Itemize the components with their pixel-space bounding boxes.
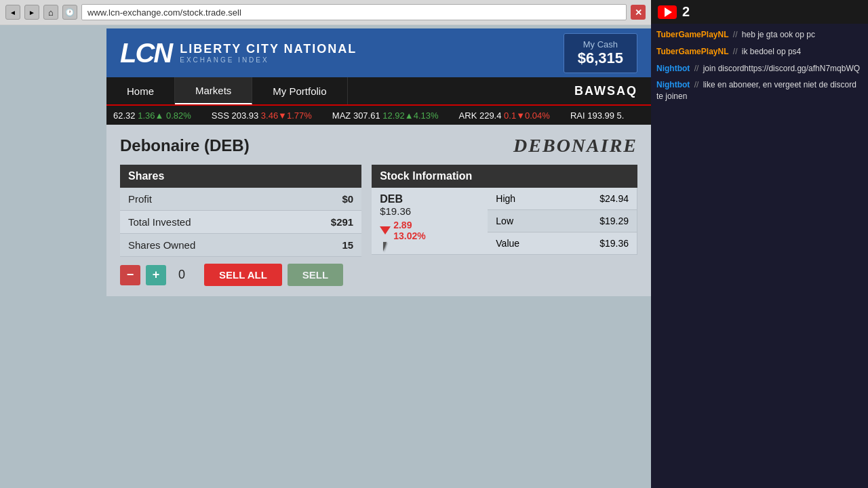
low-value: $19.29 xyxy=(599,216,629,226)
high-value: $24.94 xyxy=(599,193,629,204)
chat-sep-1: // xyxy=(733,30,740,39)
debonaire-brand: DEBONAIRE xyxy=(513,135,637,157)
shares-panel-header: Shares xyxy=(120,165,361,188)
ticker-item-3: MAZ 307.61 12.92▲4.13% xyxy=(332,110,439,121)
content-grid: Shares Profit $0 Total Invested $291 Sha… xyxy=(120,165,637,286)
chat-sep-4: // xyxy=(694,80,701,89)
shares-owned-label: Shares Owned xyxy=(128,239,195,251)
low-label: Low xyxy=(496,216,513,226)
profit-value: $0 xyxy=(342,193,354,205)
profit-label: Profit xyxy=(128,193,152,205)
low-row: Low $19.29 xyxy=(488,210,637,232)
stock-full-name: Debonaire (DEB) xyxy=(120,136,250,155)
youtube-logo-icon xyxy=(658,5,677,19)
nav-portfolio[interactable]: My Portfolio xyxy=(252,77,347,104)
total-invested-label: Total Invested xyxy=(128,216,191,228)
stock-hi-lo: High $24.94 Low $19.29 Value $19.36 xyxy=(488,188,637,255)
nav-markets[interactable]: Markets xyxy=(175,77,252,104)
lcn-header: LCN LIBERTY CITY NATIONAL EXCHANGE INDEX… xyxy=(106,28,651,77)
deb-change-pct: 13.02% xyxy=(393,230,425,241)
ticker-item-1: 62.32 1.36▲ 0.82% xyxy=(113,110,191,121)
value-amount: $19.36 xyxy=(599,238,629,249)
forward-button[interactable]: ► xyxy=(24,5,39,20)
chat-text-1: heb je gta ook op pc xyxy=(742,30,815,39)
chat-message-2: TuberGamePlayNL // ik bedoel op ps4 xyxy=(656,46,863,58)
ticker-item-5: RAI 193.99 5. xyxy=(570,110,625,121)
lcn-main: Debonaire (DEB) DEBONAIRE Shares Profit … xyxy=(106,125,651,296)
value-label: Value xyxy=(496,238,519,249)
channel-number: 2 xyxy=(682,4,690,20)
sell-button[interactable]: SELL xyxy=(288,264,343,286)
lcn-subtitle: LIBERTY CITY NATIONAL EXCHANGE INDEX xyxy=(180,42,357,64)
youtube-panel: 2 TuberGamePlayNL // heb je gta ook op p… xyxy=(651,0,868,488)
lcn-logo: LCN LIBERTY CITY NATIONAL EXCHANGE INDEX xyxy=(120,38,357,68)
chat-message-3: Nightbot // join discordhttps://discord.… xyxy=(656,63,863,75)
minus-button[interactable]: − xyxy=(120,265,140,285)
youtube-top-bar: 2 xyxy=(651,0,868,24)
high-row: High $24.94 xyxy=(488,188,637,210)
ticker-item-4: ARK 229.4 0.1▼0.04% xyxy=(459,110,550,121)
back-button[interactable]: ◄ xyxy=(5,5,20,20)
chat-user-3: Nightbot xyxy=(656,64,690,73)
stock-title-row: Debonaire (DEB) DEBONAIRE xyxy=(120,135,637,157)
stock-info-top: DEB $19.36 2.89 13.02% High xyxy=(372,188,637,255)
shares-owned-row: Shares Owned 15 xyxy=(120,234,361,257)
chat-message-4: Nightbot // like en aboneer, en vergeet … xyxy=(656,79,863,102)
home-button[interactable]: ⌂ xyxy=(43,5,58,20)
deb-change-amount: 2.89 xyxy=(393,220,425,230)
deb-change-values: 2.89 13.02% xyxy=(393,220,425,241)
total-invested-row: Total Invested $291 xyxy=(120,211,361,234)
high-label: High xyxy=(496,193,515,204)
history-button[interactable]: 🕐 xyxy=(62,5,77,20)
chat-sep-2: // xyxy=(733,47,740,56)
my-cash-label: My Cash xyxy=(578,39,623,49)
chat-user-1: TuberGamePlayNL xyxy=(656,30,728,39)
shares-controls: − + 0 SELL ALL SELL xyxy=(120,257,361,286)
lcn-logo-text: LCN xyxy=(120,38,172,68)
total-invested-value: $291 xyxy=(331,216,353,228)
chat-user-2: TuberGamePlayNL xyxy=(656,47,728,56)
quantity-display: 0 xyxy=(172,268,192,282)
play-icon xyxy=(665,7,672,17)
stock-info-header: Stock Information xyxy=(372,165,637,188)
browser-chrome: ◄ ► ⌂ 🕐 ✕ xyxy=(0,0,651,25)
down-arrow-icon xyxy=(380,226,391,235)
value-row: Value $19.36 xyxy=(488,232,637,255)
close-button[interactable]: ✕ xyxy=(631,5,646,20)
nav-home[interactable]: Home xyxy=(106,77,175,104)
my-cash-box: My Cash $6,315 xyxy=(564,33,637,73)
lcn-website: LCN LIBERTY CITY NATIONAL EXCHANGE INDEX… xyxy=(106,28,651,296)
shares-panel: Shares Profit $0 Total Invested $291 Sha… xyxy=(120,165,361,286)
chat-message-1: TuberGamePlayNL // heb je gta ook op pc xyxy=(656,29,863,41)
lcn-subtitle-main: LIBERTY CITY NATIONAL xyxy=(180,42,357,56)
deb-price: $19.36 xyxy=(380,205,479,217)
profit-row: Profit $0 xyxy=(120,188,361,211)
browser-toolbar: ◄ ► ⌂ 🕐 ✕ xyxy=(0,0,651,24)
ticker-bar: 62.32 1.36▲ 0.82% SSS 203.93 3.46▼1.77% … xyxy=(106,104,651,125)
shares-owned-value: 15 xyxy=(342,239,354,251)
deb-symbol: DEB xyxy=(380,193,479,205)
chat-sep-3: // xyxy=(694,64,701,73)
lcn-subtitle-sub: EXCHANGE INDEX xyxy=(180,56,357,64)
deb-ticker-box: DEB $19.36 2.89 13.02% xyxy=(372,188,488,255)
stock-info-panel: Stock Information DEB $19.36 2.89 13.02% xyxy=(372,165,637,286)
bawsaq-label[interactable]: BAWSAQ xyxy=(574,84,651,98)
plus-button[interactable]: + xyxy=(146,265,166,285)
my-cash-value: $6,315 xyxy=(578,49,623,67)
chat-text-2: ik bedoel op ps4 xyxy=(742,47,801,56)
sell-all-button[interactable]: SELL ALL xyxy=(204,264,282,286)
chat-text-3: join discordhttps://discord.gg/afhN7mqbW… xyxy=(703,64,860,73)
ticker-item-2: SSS 203.93 3.46▼1.77% xyxy=(212,110,312,121)
url-bar[interactable] xyxy=(81,4,627,20)
chat-area: TuberGamePlayNL // heb je gta ook op pc … xyxy=(651,24,868,488)
lcn-nav: Home Markets My Portfolio BAWSAQ xyxy=(106,77,651,104)
chat-user-4: Nightbot xyxy=(656,80,690,89)
deb-change-row: 2.89 13.02% xyxy=(380,220,479,241)
